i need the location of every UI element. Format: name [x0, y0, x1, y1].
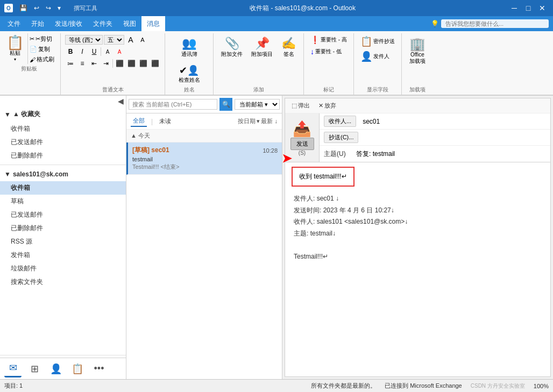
menu-start[interactable]: 开始 — [26, 16, 49, 31]
sidebar-search-folders[interactable]: 搜索文件夹 — [0, 275, 126, 289]
decrease-font-btn[interactable]: A — [137, 34, 148, 45]
email-time: 10:28 — [263, 147, 278, 154]
align-left-btn[interactable]: ⬛ — [114, 58, 125, 69]
filter-unread-btn[interactable]: 未读 — [157, 116, 173, 126]
check-names-label: 检查姓名 — [179, 76, 200, 84]
nav-calendar-icon[interactable]: ⊞ — [26, 360, 43, 377]
popup-btn[interactable]: ⬚ 弹出 — [289, 101, 312, 111]
bcc-icon: 📋 — [360, 35, 372, 47]
format-painter-button[interactable]: 🖌 格式刷 — [28, 55, 56, 64]
sidebar-drafts[interactable]: 草稿 — [0, 195, 126, 208]
importance-low-button[interactable]: ↓ 重要性 - 低 — [308, 46, 349, 57]
sidebar-junk[interactable]: 垃圾邮件 — [0, 262, 126, 275]
font-size-select[interactable]: 五号 — [104, 35, 124, 45]
menu-message[interactable]: 消息 — [141, 16, 165, 31]
address-book-button[interactable]: 👥 通讯簿 — [178, 34, 201, 60]
discard-btn[interactable]: ✕ 放弃 — [316, 101, 338, 111]
nav-mail-icon[interactable]: ✉ — [4, 360, 22, 377]
maximize-button[interactable]: □ — [522, 2, 535, 15]
importance-high-button[interactable]: ❗ 重要性 - 高 — [308, 34, 349, 45]
sidebar-outbox[interactable]: 发件箱 — [0, 248, 126, 262]
clipboard-container: 📋 粘贴 ▾ ✂ ✂剪切 📄 复制 — [2, 33, 56, 95]
favorites-header[interactable]: ▼ ▲ 收藏夹 — [0, 106, 126, 122]
sidebar-favorites-sent[interactable]: 已发送邮件 — [0, 136, 126, 149]
sidebar-divider2 — [0, 355, 126, 355]
increase-font-btn[interactable]: A — [125, 34, 136, 45]
bold-button[interactable]: B — [65, 46, 76, 57]
bcc-button[interactable]: 📋 密件抄送 — [358, 34, 397, 48]
copy-button[interactable]: 📄 复制 — [28, 45, 56, 54]
sidebar-rss[interactable]: RSS 源 — [0, 235, 126, 248]
sidebar-favorites-deleted[interactable]: 已删除邮件 — [0, 149, 126, 162]
search-input[interactable] — [129, 99, 217, 110]
paste-button[interactable]: 📋 粘贴 ▾ — [2, 33, 28, 64]
font-name-select[interactable]: 等线 (西文正式 — [65, 35, 103, 45]
search-scope-select[interactable]: 当前邮箱 ▾ — [235, 99, 280, 110]
align-justify-btn[interactable]: ⬛ — [150, 58, 160, 69]
item-count: 项目: 1 — [4, 382, 23, 390]
menu-send-receive[interactable]: 发送/接收 — [49, 16, 88, 31]
office-addins-button[interactable]: 🏢 Office加载项 — [406, 34, 429, 67]
sidebar-collapse-area: ◀ — [0, 96, 126, 106]
minimize-button[interactable]: ─ — [508, 2, 521, 15]
nav-contacts-icon[interactable]: 👤 — [47, 360, 65, 377]
menu-file[interactable]: 文件 — [2, 16, 26, 31]
attach-item-button[interactable]: 📌 附加项目 — [248, 34, 276, 60]
close-button[interactable]: ✕ — [536, 2, 549, 15]
quick-access-redo[interactable]: ↪ — [44, 3, 53, 13]
favorites-label: ▲ 收藏夹 — [13, 110, 40, 119]
tell-me-input[interactable] — [441, 19, 549, 28]
sidebar-favorites-inbox[interactable]: 收件箱 — [0, 122, 126, 136]
quick-access-undo[interactable]: ↩ — [32, 3, 41, 13]
check-names-button[interactable]: ✔👤 检查姓名 — [175, 62, 203, 86]
font-color-btn[interactable]: A — [114, 46, 125, 57]
numbered-list-btn[interactable]: ≡ — [77, 58, 88, 69]
email-subject: testmail — [132, 156, 278, 162]
lightbulb-icon: 💡 — [431, 20, 439, 27]
sidebar-inbox[interactable]: 收件箱 — [0, 181, 126, 195]
nav-more-icon[interactable]: ••• — [90, 360, 108, 377]
blank-line — [294, 239, 542, 251]
email-item-0[interactable]: [草稿] sec01 10:28 testmail Testmail!!! <结… — [126, 142, 282, 175]
signature-button[interactable]: ✍ 签名 — [278, 34, 299, 60]
account-header[interactable]: ▼ sales101@sk.com — [0, 167, 126, 181]
italic-button[interactable]: I — [77, 46, 88, 57]
filter-all-btn[interactable]: 全部 — [131, 116, 147, 127]
align-center-btn[interactable]: ⬛ — [126, 58, 137, 69]
highlight-btn[interactable]: A — [102, 46, 113, 57]
increase-indent-btn[interactable]: ⇥ — [101, 58, 111, 69]
status-bar: 项目: 1 所有文件夹都是最新的。 已连接到 Microsoft Exchang… — [0, 379, 553, 392]
sidebar-deleted[interactable]: 已删除邮件 — [0, 222, 126, 235]
ribbon-addins-group: 🏢 Office加载项 加载项 — [402, 33, 433, 95]
names-group-label: 姓名 — [169, 86, 209, 94]
ribbon-content: 📋 粘贴 ▾ ✂ ✂剪切 📄 复制 — [0, 31, 553, 95]
list-btn[interactable]: ≔ — [65, 58, 76, 69]
email-pane-container: 🔍 当前邮箱 ▾ 全部 | 未读 按日期 ▾ 最新 ↓ ▲ 今天 — [126, 96, 553, 379]
cc-input[interactable] — [360, 132, 550, 144]
cc-button[interactable]: 抄送(C)... — [324, 132, 358, 143]
sidebar-sent[interactable]: 已发送邮件 — [0, 208, 126, 222]
cut-button[interactable]: ✂ ✂剪切 — [28, 34, 56, 44]
to-button[interactable]: 收件人... — [324, 116, 356, 127]
send-button[interactable]: 发送 — [290, 138, 314, 150]
nav-tasks-icon[interactable]: 📋 — [69, 360, 86, 377]
menu-view[interactable]: 视图 — [118, 16, 141, 31]
sidebar-collapse-btn[interactable]: ◀ — [118, 97, 124, 105]
subject-label: 主题(U) — [320, 147, 352, 161]
attach-file-button[interactable]: 📎 附加文件 — [218, 34, 246, 60]
decrease-indent-btn[interactable]: ⇤ — [89, 58, 100, 69]
align-right-btn[interactable]: ⬛ — [138, 58, 148, 69]
send-label: 发送 — [296, 140, 308, 147]
quick-access-save[interactable]: 💾 — [17, 3, 30, 13]
search-button[interactable]: 🔍 — [219, 98, 232, 111]
to-line: 收件人: sales101 <sales101@sk.com>↓ — [294, 216, 542, 228]
sender-button[interactable]: 👤 发件人 — [358, 49, 397, 63]
pane-toolbar: ⬚ 弹出 ✕ 放弃 — [285, 98, 550, 113]
quick-access-more[interactable]: ▾ — [55, 3, 63, 13]
underline-button[interactable]: U — [89, 46, 100, 57]
sort-btn[interactable]: 按日期 ▾ 最新 ↓ — [238, 117, 278, 125]
subject-input[interactable] — [352, 148, 550, 160]
to-input[interactable] — [358, 116, 550, 127]
menu-folder[interactable]: 文件夹 — [88, 16, 118, 31]
bottom-nav: ✉ ⊞ 👤 📋 ••• — [0, 358, 126, 379]
